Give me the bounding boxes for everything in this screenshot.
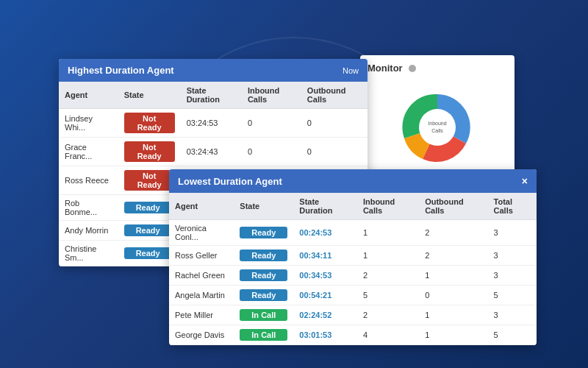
cell-outbound: 1: [419, 325, 487, 345]
cell-state: Ready: [234, 266, 293, 286]
cell-total: 3: [488, 246, 537, 266]
state-badge: Ready: [124, 247, 172, 259]
cell-outbound: 0: [301, 138, 368, 166]
donut-center-label: Inbound: [428, 121, 446, 126]
col-outbound: Outbound Calls: [419, 193, 487, 220]
state-badge: Ready: [124, 202, 172, 213]
cell-agent: Lindsey Whi...: [59, 109, 118, 138]
monitor-panel: Monitor Inbound Calls: [360, 55, 514, 183]
cell-inbound: 4: [357, 325, 419, 345]
cell-inbound: 2: [357, 305, 419, 325]
cell-state: Ready: [234, 246, 293, 266]
col-inbound: Inbound Calls: [357, 193, 419, 220]
cell-total: 3: [488, 220, 537, 246]
state-badge: In Call: [240, 309, 287, 321]
cell-agent: Rob Bonme...: [59, 195, 118, 221]
table-row: Rachel Green Ready 00:34:53 2 1 3: [169, 266, 537, 286]
table-row: Veronica Conl... Ready 00:24:53 1 2 3: [169, 220, 537, 246]
state-badge: In Call: [240, 329, 287, 341]
lowest-table-body: Veronica Conl... Ready 00:24:53 1 2 3 Ro…: [169, 220, 537, 345]
cell-outbound: 0: [419, 286, 487, 305]
cell-duration: 00:24:53: [293, 220, 357, 246]
cell-agent: Rachel Green: [169, 266, 234, 286]
monitor-header: Monitor: [368, 63, 507, 74]
highest-panel-header: Highest Duration Agent Now: [59, 59, 368, 82]
table-row: Grace Franc... Not Ready 03:24:43 0 0: [59, 138, 368, 166]
close-button[interactable]: ×: [522, 175, 528, 187]
cell-total: 5: [488, 325, 537, 345]
cell-inbound: 5: [357, 286, 419, 305]
cell-outbound: 0: [301, 109, 368, 138]
monitor-title: Monitor: [368, 63, 403, 74]
cell-inbound: 0: [242, 138, 301, 166]
col-agent: Agent: [59, 82, 118, 109]
state-badge: Ready: [124, 224, 172, 236]
cell-state: Not Ready: [118, 138, 181, 166]
highest-panel-title: Highest Duration Agent: [68, 65, 174, 76]
donut-chart-container: Inbound Calls: [368, 79, 507, 175]
donut-center-label2: Calls: [431, 128, 443, 133]
lowest-panel-title: Lowest Duration Agent: [178, 176, 282, 187]
cell-duration: 00:34:53: [293, 266, 357, 286]
cell-duration: 03:01:53: [293, 325, 357, 345]
table-row: Angela Martin Ready 00:54:21 5 0 5: [169, 286, 537, 305]
cell-total: 3: [488, 266, 537, 286]
state-badge: Not Ready: [124, 170, 175, 191]
cell-outbound: 2: [419, 246, 487, 266]
table-row: Ross Geller Ready 00:34:11 1 2 3: [169, 246, 537, 266]
cell-total: 5: [488, 286, 537, 305]
donut-chart: Inbound Calls: [379, 83, 496, 171]
cell-state: Ready: [234, 286, 293, 305]
cell-total: 3: [488, 305, 537, 325]
col-inbound: Inbound Calls: [242, 82, 301, 109]
cell-duration: 03:24:43: [181, 138, 242, 166]
cell-state: In Call: [234, 325, 293, 345]
state-badge: Ready: [240, 250, 287, 261]
cell-outbound: 1: [419, 266, 487, 286]
cell-outbound: 2: [419, 220, 487, 246]
col-agent: Agent: [169, 193, 234, 220]
cell-state: In Call: [234, 305, 293, 325]
cell-duration: 00:54:21: [293, 286, 357, 305]
lowest-table-header-row: Agent State State Duration Inbound Calls…: [169, 193, 537, 220]
cell-inbound: 1: [357, 220, 419, 246]
lowest-panel-header: Lowest Duration Agent ×: [169, 169, 537, 193]
cell-agent: Grace Franc...: [59, 138, 118, 166]
highest-table-header-row: Agent State State Duration Inbound Calls…: [59, 82, 368, 109]
table-row: Pete Miller In Call 02:24:52 2 1 3: [169, 305, 537, 325]
cell-inbound: 1: [357, 246, 419, 266]
cell-agent: George Davis: [169, 325, 234, 345]
cell-agent: Ross Geller: [169, 246, 234, 266]
col-state-duration: State Duration: [293, 193, 357, 220]
cell-outbound: 1: [419, 305, 487, 325]
table-row: Lindsey Whi... Not Ready 03:24:53 0 0: [59, 109, 368, 138]
cell-state: Not Ready: [118, 109, 181, 138]
col-total: Total Calls: [488, 193, 537, 220]
col-state: State: [234, 193, 293, 220]
cell-agent: Veronica Conl...: [169, 220, 234, 246]
cell-inbound: 2: [357, 266, 419, 286]
state-badge: Ready: [240, 289, 287, 301]
state-badge: Ready: [240, 227, 287, 238]
cell-inbound: 0: [242, 109, 301, 138]
cell-agent: Angela Martin: [169, 286, 234, 305]
col-state: State: [118, 82, 181, 109]
monitor-dot: [409, 65, 416, 72]
cell-duration: 02:24:52: [293, 305, 357, 325]
state-badge: Ready: [240, 269, 287, 281]
donut-center: [419, 109, 456, 146]
cell-agent: Ross Reece: [59, 166, 118, 195]
state-badge: Not Ready: [124, 113, 175, 133]
lowest-duration-table: Agent State State Duration Inbound Calls…: [169, 193, 537, 345]
highest-panel-badge: Now: [343, 66, 359, 75]
cell-duration: 03:24:53: [181, 109, 242, 138]
table-row: George Davis In Call 03:01:53 4 1 5: [169, 325, 537, 345]
lowest-duration-panel: Lowest Duration Agent × Agent State Stat…: [169, 169, 537, 345]
cell-duration: 00:34:11: [293, 246, 357, 266]
col-outbound: Outbound Calls: [301, 82, 368, 109]
cell-agent: Andy Morrin: [59, 221, 118, 241]
cell-state: Ready: [234, 220, 293, 246]
cell-agent: Christine Sm...: [59, 241, 118, 266]
state-badge: Not Ready: [124, 141, 175, 162]
cell-agent: Pete Miller: [169, 305, 234, 325]
